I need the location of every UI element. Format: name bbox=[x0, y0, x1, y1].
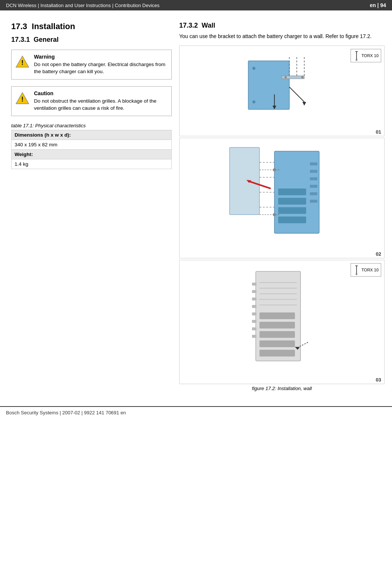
svg-rect-52 bbox=[252, 327, 256, 330]
torx-badge-01: TORX 10 bbox=[351, 49, 381, 62]
warning-text: Do not open the battery charger. Electri… bbox=[34, 61, 166, 75]
table-row: 340 x 195 x 82 mm bbox=[12, 140, 172, 149]
svg-text:!: ! bbox=[21, 96, 24, 103]
svg-point-19 bbox=[301, 76, 304, 78]
wall-bracket-svg bbox=[218, 50, 345, 124]
svg-marker-15 bbox=[302, 102, 306, 106]
svg-marker-43 bbox=[355, 265, 358, 267]
header-breadcrumb: DCN Wireless | Installation and User Ins… bbox=[6, 3, 159, 8]
page-header: DCN Wireless | Installation and User Ins… bbox=[0, 0, 392, 10]
svg-point-41 bbox=[273, 213, 276, 216]
figure-03-illustration bbox=[180, 260, 384, 376]
figure-caption: figure 17.2: Installation, wall bbox=[179, 386, 385, 391]
svg-rect-34 bbox=[278, 207, 306, 214]
wall-mount-svg bbox=[211, 140, 353, 248]
svg-point-18 bbox=[284, 76, 287, 78]
svg-rect-35 bbox=[278, 217, 306, 223]
svg-rect-50 bbox=[252, 312, 256, 315]
svg-rect-59 bbox=[259, 312, 295, 319]
figure-label-02: 02 bbox=[180, 250, 384, 258]
svg-rect-51 bbox=[252, 320, 256, 323]
svg-rect-20 bbox=[230, 147, 259, 215]
svg-rect-60 bbox=[259, 322, 295, 328]
svg-text:!: ! bbox=[21, 59, 24, 66]
svg-marker-5 bbox=[355, 51, 358, 53]
svg-rect-29 bbox=[310, 185, 317, 188]
svg-point-9 bbox=[252, 100, 255, 103]
table-row: Dimensions (h x w x d): bbox=[12, 130, 172, 140]
svg-rect-6 bbox=[356, 59, 357, 61]
table-caption: table 17.1: Physical characteristics bbox=[11, 123, 172, 128]
table-cell-dimensions-label: Dimensions (h x w x d): bbox=[12, 130, 172, 140]
figure-panel-03: TORX 10 bbox=[179, 260, 385, 384]
figure-panel-02: 02 bbox=[179, 138, 385, 258]
figure-02-illustration bbox=[180, 138, 384, 250]
svg-rect-63 bbox=[259, 350, 295, 356]
table-cell-weight-label: Weight: bbox=[12, 149, 172, 159]
torx-label-01: TORX 10 bbox=[361, 53, 379, 58]
svg-rect-62 bbox=[259, 340, 295, 347]
svg-rect-26 bbox=[310, 162, 317, 165]
standalone-device-svg bbox=[226, 264, 338, 372]
caution-icon: ! bbox=[15, 91, 29, 105]
warning-icon: ! bbox=[15, 55, 29, 69]
subsection-title-wall: 17.3.2 Wall bbox=[179, 22, 385, 29]
svg-rect-31 bbox=[310, 200, 317, 203]
table-row: Weight: bbox=[12, 149, 172, 159]
svg-rect-46 bbox=[252, 283, 256, 286]
screwdriver-icon-03 bbox=[353, 265, 360, 275]
subsection-title-general: 17.3.1 General bbox=[11, 36, 172, 44]
table-section: table 17.1: Physical characteristics Dim… bbox=[11, 123, 172, 169]
table-cell-dimensions-value: 340 x 195 x 82 mm bbox=[12, 140, 172, 149]
right-column: 17.3.2 Wall You can use the bracket to a… bbox=[179, 22, 385, 391]
svg-point-40 bbox=[273, 168, 276, 171]
svg-rect-44 bbox=[356, 273, 357, 275]
characteristics-table: Dimensions (h x w x d): 340 x 195 x 82 m… bbox=[11, 130, 172, 169]
caution-box: ! Caution Do not obstruct the ventilatio… bbox=[11, 86, 172, 116]
svg-rect-33 bbox=[278, 198, 306, 205]
table-row: 1.4 kg bbox=[12, 159, 172, 169]
main-content: 17.3 Installation 17.3.1 General ! Warni… bbox=[0, 10, 392, 399]
svg-point-8 bbox=[252, 67, 255, 70]
table-cell-weight-value: 1.4 kg bbox=[12, 159, 172, 169]
torx-label-03: TORX 10 bbox=[361, 268, 379, 272]
body-text: You can use the bracket to attach the ba… bbox=[179, 32, 385, 40]
page-footer: Bosch Security Systems | 2007-02 | 9922 … bbox=[0, 406, 392, 418]
svg-line-14 bbox=[289, 87, 304, 102]
svg-rect-48 bbox=[252, 298, 256, 300]
svg-rect-28 bbox=[310, 177, 317, 180]
torx-badge-03: TORX 10 bbox=[351, 263, 381, 277]
warning-title: Warning bbox=[34, 54, 166, 60]
screwdriver-icon-01 bbox=[353, 50, 360, 61]
figure-label-03: 03 bbox=[180, 376, 384, 384]
figure-panel-01: TORX 10 bbox=[179, 46, 385, 136]
left-column: 17.3 Installation 17.3.1 General ! Warni… bbox=[11, 22, 172, 391]
caution-title: Caution bbox=[34, 90, 166, 96]
svg-rect-30 bbox=[310, 192, 317, 195]
svg-rect-32 bbox=[278, 189, 306, 195]
header-page-number: en | 94 bbox=[370, 2, 386, 8]
svg-rect-61 bbox=[259, 331, 295, 338]
figure-label-01: 01 bbox=[180, 128, 384, 136]
svg-rect-53 bbox=[252, 335, 256, 338]
svg-rect-27 bbox=[310, 170, 317, 173]
caution-text: Do not obstruct the ventilation grilles.… bbox=[34, 98, 166, 112]
svg-rect-49 bbox=[252, 305, 256, 308]
footer-text: Bosch Security Systems | 2007-02 | 9922 … bbox=[6, 410, 126, 415]
section-title: 17.3 Installation bbox=[11, 22, 172, 31]
svg-rect-47 bbox=[252, 290, 256, 293]
warning-box: ! Warning Do not open the battery charge… bbox=[11, 50, 172, 80]
